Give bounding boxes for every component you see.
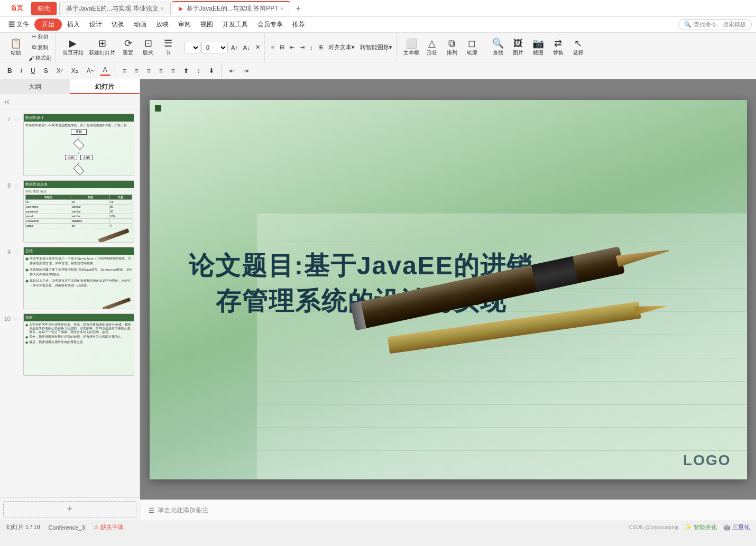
slide-item-10[interactable]: 10 ☆ 致谢 ◆大学本科的学习生涯即将结束。在此，我首先要感谢的是给XX全体。… <box>2 313 137 376</box>
bold-button[interactable]: B <box>4 66 15 76</box>
text-effect-button[interactable]: A~ <box>84 66 98 76</box>
align-text-button[interactable]: 对齐文本▾ <box>326 42 357 52</box>
tab-doc-close[interactable]: × <box>161 6 164 12</box>
superscript-button[interactable]: X² <box>53 66 66 76</box>
slide-item-7[interactable]: 7 ☆ 数据库设计 本系统中采用1→N简单过滤数据来处，以下是系统数据E-R图，… <box>2 114 137 176</box>
tab-outline[interactable]: 大纲 <box>0 79 70 94</box>
smart-beautify-label[interactable]: ✨ 智能美化 <box>685 523 717 531</box>
add-slide-button[interactable]: + <box>3 501 136 517</box>
align-bottom-button[interactable]: ⬇ <box>206 66 217 76</box>
menu-developer[interactable]: 开发工具 <box>218 18 252 31</box>
subscript-button[interactable]: X₂ <box>68 66 81 76</box>
cut-button[interactable]: ✂ 剪切 <box>26 33 53 42</box>
slide-item-8[interactable]: 8 ☆ 数据库信息表 字段 类型 备注 字段名类型长度 idint11 use <box>2 180 137 243</box>
menu-file[interactable]: ☰ 文件 <box>4 18 33 31</box>
screenshot-button[interactable]: 📷 截图 <box>529 36 548 59</box>
align-center-button[interactable]: ≡ <box>132 66 142 76</box>
line-spacing-button[interactable]: ↕ <box>308 43 315 52</box>
search-box[interactable]: 🔍 查找命令、搜索模板 <box>678 19 752 30</box>
increase-indent-button[interactable]: ⇥ <box>298 43 307 52</box>
font-size-select[interactable]: 0 <box>201 42 228 53</box>
decrease-indent2-button[interactable]: ⇥ <box>240 66 252 76</box>
numbered-list-button[interactable]: ⊟ <box>278 43 287 52</box>
increase-indent2-button[interactable]: ⇤ <box>226 66 238 76</box>
new-slide-label: 新建幻灯片 <box>89 49 115 57</box>
smart-art-button[interactable]: 转智能图形▾ <box>358 42 394 52</box>
format-painter-button[interactable]: 🖌 格式刷 <box>26 53 53 63</box>
home-label: 首页 <box>11 4 23 13</box>
align-top-button[interactable]: ⬆ <box>180 66 192 76</box>
font-color-button[interactable]: A <box>100 65 110 76</box>
align-left-button[interactable]: ≡ <box>119 66 130 76</box>
strikethrough-button[interactable]: S <box>41 66 51 76</box>
section-icon: ☰ <box>164 39 172 48</box>
align-middle-button[interactable]: ↕ <box>194 66 204 76</box>
theme-info: Conference_3 <box>49 524 85 531</box>
menu-view[interactable]: 视图 <box>196 18 217 31</box>
decrease-indent-button[interactable]: ⇤ <box>288 43 297 52</box>
columns-button[interactable]: ⊞ <box>316 43 325 52</box>
new-slide-button[interactable]: ⊞ 新建幻灯片 <box>87 36 117 59</box>
toolbar-shapes: ⬜ 文本框 △ 形状 ⧉ 排列 ◻ 轮廓 <box>399 33 484 62</box>
align-right-button[interactable]: ≡ <box>144 66 154 76</box>
tab-ppt[interactable]: ▶ 基于JavaEE的...与实现 答辩PPT × <box>172 1 291 15</box>
textbox-icon: ⬜ <box>405 39 417 48</box>
textbox-button[interactable]: ⬜ 文本框 <box>401 36 421 59</box>
copy-button[interactable]: ⧉ 复制 <box>26 43 53 52</box>
menu-insert[interactable]: 插入 <box>63 18 84 31</box>
slide-item-9[interactable]: 9 ☆ 总结 ◆本次学业设计基本完成了一个基于Spring boot + JPA… <box>2 247 137 309</box>
tab-slides[interactable]: 幻灯片 <box>70 79 140 94</box>
picture-button[interactable]: 🖼 图片 <box>509 36 528 59</box>
notes-area[interactable]: ☰ 单击此处添加备注 <box>140 499 756 521</box>
reset-button[interactable]: ⟳ 重置 <box>118 36 137 59</box>
section-button[interactable]: ☰ 节 <box>159 36 178 59</box>
align-text-label: 对齐文本 <box>328 43 352 51</box>
nav-left[interactable]: ‹‹ <box>2 96 11 107</box>
tab-ppt-close[interactable]: × <box>281 6 284 12</box>
slide-container[interactable]: 论文题目:基于JavaEE的进销 存管理系统的设计与实现 LOGO <box>140 79 756 499</box>
menu-review[interactable]: 审阅 <box>174 18 195 31</box>
search-placeholder: 查找命令、搜索模板 <box>694 21 746 29</box>
textbox-label: 文本框 <box>403 49 419 57</box>
font-warning[interactable]: ⚠ 缺失字体 <box>94 523 124 531</box>
find-button[interactable]: 🔍 查找 <box>488 36 508 59</box>
clear-format-button[interactable]: ✕ <box>253 43 262 52</box>
justify-button[interactable]: ≡ <box>156 66 166 76</box>
slide-frame[interactable]: 论文题目:基于JavaEE的进销 存管理系统的设计与实现 LOGO <box>150 100 747 479</box>
add-tab-button[interactable]: + <box>291 4 305 13</box>
shape-icon: △ <box>428 39 436 48</box>
menu-slideshow[interactable]: 放映 <box>152 18 173 31</box>
arrange-button[interactable]: ⧉ 排列 <box>442 36 462 59</box>
ai-label[interactable]: 🤖 三重化 <box>723 523 750 531</box>
menu-transition[interactable]: 切换 <box>107 18 128 31</box>
tab-doc[interactable]: 基于JavaEE的...与实现 毕业论文 × <box>59 2 171 15</box>
menu-recommend[interactable]: 推荐 <box>288 18 309 31</box>
distributed-button[interactable]: ≡ <box>168 66 178 76</box>
replace-label: 替换 <box>553 49 564 57</box>
menu-design[interactable]: 设计 <box>85 18 106 31</box>
tab-home[interactable]: 首页 <box>4 2 30 15</box>
slide-logo: LOGO <box>683 452 731 469</box>
find-icon: 🔍 <box>492 39 504 48</box>
decrease-font-button[interactable]: A↓ <box>241 43 252 52</box>
current-slide-button[interactable]: ▶ 当页开始 <box>60 36 86 59</box>
italic-button[interactable]: I <box>17 66 25 76</box>
font-family-select[interactable] <box>185 42 200 53</box>
outline-button[interactable]: ◻ 轮廓 <box>463 36 482 59</box>
bullet-list-button[interactable]: ≡ <box>269 43 276 52</box>
shape-button[interactable]: △ 形状 <box>422 36 441 59</box>
layout-button[interactable]: ⊡ 版式 <box>139 36 158 59</box>
menu-animation[interactable]: 动画 <box>130 18 151 31</box>
select-button[interactable]: ↖ 选择 <box>569 36 588 59</box>
tab-wps[interactable]: 稻壳 <box>31 2 57 15</box>
paste-button[interactable]: 📋 粘贴 <box>6 36 25 59</box>
layout-label: 版式 <box>143 49 153 57</box>
underline-button[interactable]: U <box>27 66 39 76</box>
watermark-text: CSDN @biyezuopinji <box>629 524 678 530</box>
current-slide-label: 当页开始 <box>62 49 84 57</box>
replace-button[interactable]: ⇄ 替换 <box>549 36 568 59</box>
increase-font-button[interactable]: A↑ <box>229 43 240 52</box>
menu-vip[interactable]: 会员专享 <box>253 18 287 31</box>
menu-start[interactable]: 开始 <box>34 18 62 31</box>
slide-num-10: 10 <box>2 316 11 322</box>
